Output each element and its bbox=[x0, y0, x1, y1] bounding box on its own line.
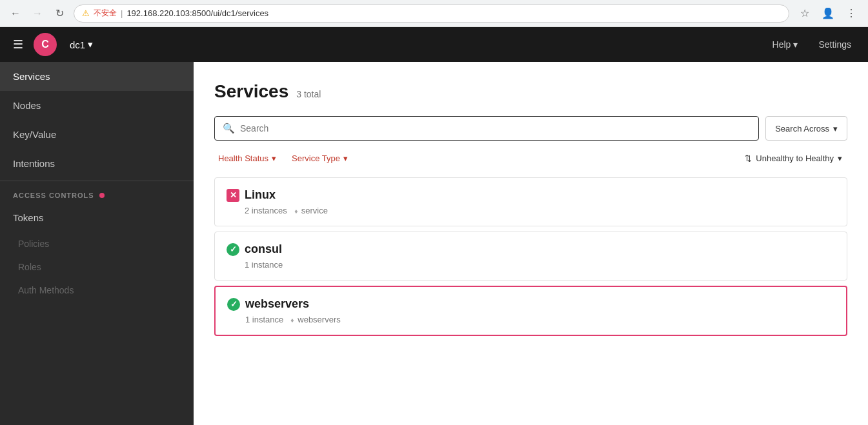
service-type-label: Service Type bbox=[292, 153, 340, 163]
health-status-filter[interactable]: Health Status ▾ bbox=[214, 151, 280, 166]
service-name-row: ✓ consul bbox=[227, 242, 835, 256]
app-container: ☰ C dc1 ▾ Help ▾ Settings Services Nodes bbox=[0, 27, 868, 425]
search-across-button[interactable]: Search Across ▾ bbox=[765, 116, 847, 141]
tag-label: webservers bbox=[298, 315, 340, 324]
search-across-chevron-icon: ▾ bbox=[833, 124, 838, 133]
tag-icon: ⬧ bbox=[294, 206, 299, 215]
service-card-webservers[interactable]: ✓ webservers 1 instance ⬧ webservers bbox=[214, 286, 847, 336]
sidebar-item-roles: Roles bbox=[0, 255, 194, 279]
sidebar-item-keyvalue[interactable]: Key/Value bbox=[0, 120, 194, 149]
help-button[interactable]: Help ▾ bbox=[766, 35, 805, 54]
menu-button[interactable]: ⋮ bbox=[842, 5, 860, 23]
service-meta: 2 instances ⬧ service bbox=[227, 206, 835, 215]
dc-selector[interactable]: dc1 ▾ bbox=[65, 36, 98, 53]
sidebar-item-tokens[interactable]: Tokens bbox=[0, 203, 194, 232]
service-card-linux[interactable]: ✕ Linux 2 instances ⬧ service bbox=[214, 177, 847, 226]
service-name-row: ✕ Linux bbox=[227, 188, 835, 202]
main-layout: Services Nodes Key/Value Intentions ACCE… bbox=[0, 62, 868, 425]
service-card-consul[interactable]: ✓ consul 1 instance bbox=[214, 232, 847, 281]
page-title: Services bbox=[214, 81, 288, 102]
search-icon: 🔍 bbox=[223, 123, 235, 134]
dc-label: dc1 bbox=[70, 39, 85, 50]
settings-button[interactable]: Settings bbox=[812, 35, 858, 54]
service-meta: 1 instance bbox=[227, 260, 835, 270]
tag-label: service bbox=[301, 206, 328, 215]
sidebar-item-label: Roles bbox=[18, 262, 41, 272]
bookmark-button[interactable]: ☆ bbox=[796, 5, 814, 23]
insecure-label: 不安全 bbox=[94, 8, 117, 19]
service-tag: ⬧ service bbox=[294, 206, 328, 215]
instance-count: 1 instance bbox=[245, 260, 283, 270]
status-ok-icon: ✓ bbox=[227, 298, 240, 311]
filter-row: Health Status ▾ Service Type ▾ ⇅ Unhealt… bbox=[214, 151, 847, 166]
sidebar-divider bbox=[0, 181, 194, 181]
forward-button[interactable]: → bbox=[30, 6, 45, 21]
app-header: ☰ C dc1 ▾ Help ▾ Settings bbox=[0, 27, 868, 62]
sort-chevron-icon: ▾ bbox=[838, 153, 842, 163]
instance-count: 2 instances bbox=[245, 206, 287, 215]
app-logo: C bbox=[34, 33, 57, 56]
search-row: 🔍 Search Across ▾ bbox=[214, 116, 847, 141]
warning-icon: ⚠ bbox=[82, 8, 90, 18]
sidebar-item-label: Intentions bbox=[13, 158, 55, 169]
sidebar-item-label: Services bbox=[13, 71, 50, 82]
search-across-label: Search Across bbox=[775, 124, 829, 133]
service-type-filter[interactable]: Service Type ▾ bbox=[288, 151, 352, 166]
sidebar-item-authmethods: Auth Methods bbox=[0, 279, 194, 302]
page-count: 3 total bbox=[296, 89, 321, 99]
browser-bar: ← → ↻ ⚠ 不安全 | 192.168.220.103:8500/ui/dc… bbox=[0, 0, 868, 27]
search-box: 🔍 bbox=[214, 116, 759, 141]
status-error-icon: ✕ bbox=[227, 189, 239, 202]
instance-count: 1 instance bbox=[245, 315, 283, 324]
service-type-chevron-icon: ▾ bbox=[343, 153, 348, 163]
help-chevron-icon: ▾ bbox=[793, 39, 798, 50]
sidebar-item-intentions[interactable]: Intentions bbox=[0, 149, 194, 178]
dc-chevron-icon: ▾ bbox=[88, 39, 93, 50]
service-meta: 1 instance ⬧ webservers bbox=[227, 315, 834, 324]
hamburger-button[interactable]: ☰ bbox=[10, 35, 26, 54]
hamburger-icon: ☰ bbox=[13, 37, 23, 52]
sidebar: Services Nodes Key/Value Intentions ACCE… bbox=[0, 62, 194, 425]
sort-button[interactable]: ⇅ Unhealthy to Healthy ▾ bbox=[740, 151, 847, 166]
profile-button[interactable]: 👤 bbox=[819, 5, 837, 23]
address-bar[interactable]: ⚠ 不安全 | 192.168.220.103:8500/ui/dc1/serv… bbox=[74, 5, 789, 23]
page-title-row: Services 3 total bbox=[214, 81, 847, 102]
url-text: 192.168.220.103:8500/ui/dc1/services bbox=[126, 8, 268, 18]
sidebar-item-label: Key/Value bbox=[13, 129, 56, 140]
sort-label: Unhealthy to Healthy bbox=[756, 153, 834, 163]
service-tag: ⬧ webservers bbox=[290, 315, 340, 324]
help-label: Help bbox=[772, 39, 791, 50]
logo-text: C bbox=[41, 39, 49, 50]
sidebar-item-nodes[interactable]: Nodes bbox=[0, 91, 194, 120]
sort-icon: ⇅ bbox=[745, 153, 752, 163]
service-name: consul bbox=[245, 242, 282, 256]
search-input[interactable] bbox=[240, 123, 751, 133]
sidebar-item-label: Nodes bbox=[13, 100, 41, 111]
reload-button[interactable]: ↻ bbox=[52, 6, 67, 21]
settings-label: Settings bbox=[818, 39, 851, 50]
service-name: webservers bbox=[245, 297, 309, 311]
health-chevron-icon: ▾ bbox=[272, 153, 276, 163]
browser-actions: ☆ 👤 ⋮ bbox=[796, 5, 860, 23]
sidebar-item-label: Auth Methods bbox=[18, 285, 74, 295]
service-name: Linux bbox=[245, 188, 276, 202]
sidebar-item-services[interactable]: Services bbox=[0, 62, 194, 91]
sidebar-item-policies: Policies bbox=[0, 232, 194, 255]
content-area: Services 3 total 🔍 Search Across ▾ Healt… bbox=[194, 62, 868, 425]
access-controls-dot bbox=[99, 193, 105, 198]
sidebar-item-label: Policies bbox=[18, 239, 49, 249]
back-button[interactable]: ← bbox=[8, 6, 23, 21]
health-status-label: Health Status bbox=[218, 153, 268, 163]
url-separator: | bbox=[121, 8, 123, 18]
tag-icon: ⬧ bbox=[290, 315, 295, 324]
status-ok-icon: ✓ bbox=[227, 243, 239, 256]
access-controls-label: ACCESS CONTROLS bbox=[0, 184, 194, 203]
service-name-row: ✓ webservers bbox=[227, 297, 834, 311]
sidebar-item-label: Tokens bbox=[13, 212, 44, 223]
